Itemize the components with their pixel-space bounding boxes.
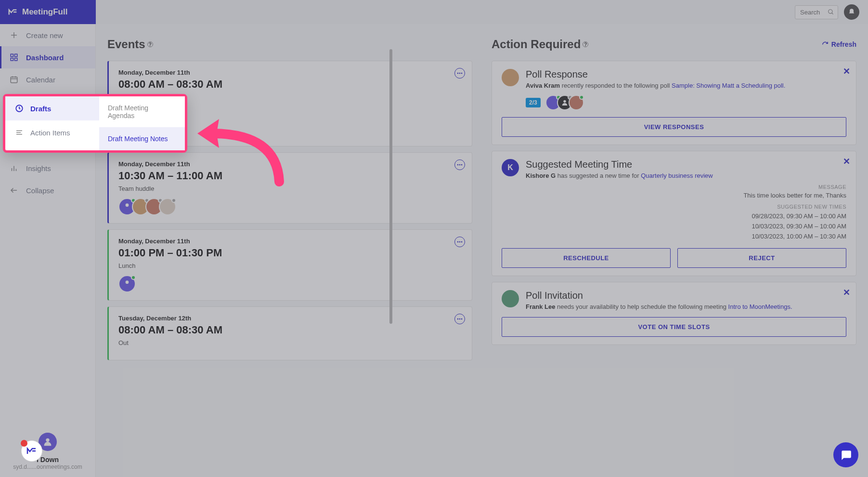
popup-sub-notes[interactable]: Draft Meeting Notes [99, 127, 185, 150]
drafts-popup: Drafts Action Items Draft Meeting Agenda… [3, 94, 187, 153]
chat-icon [840, 449, 852, 461]
logo-icon [26, 445, 38, 457]
list-icon [15, 128, 24, 137]
help-badge[interactable] [21, 440, 42, 462]
chat-button[interactable] [833, 442, 858, 467]
popup-item-label: Action Items [30, 129, 70, 137]
annotation-arrow [193, 109, 289, 191]
modal-overlay[interactable] [0, 0, 868, 477]
popup-item-label: Drafts [30, 105, 51, 113]
popup-left-panel: Drafts Action Items [5, 96, 99, 150]
popup-sub-agendas[interactable]: Draft Meeting Agendas [99, 96, 185, 127]
popup-item-drafts[interactable]: Drafts [5, 96, 99, 120]
popup-right-panel: Draft Meeting Agendas Draft Meeting Note… [99, 96, 185, 150]
popup-item-action-items[interactable]: Action Items [5, 120, 99, 145]
clock-icon [15, 104, 24, 113]
